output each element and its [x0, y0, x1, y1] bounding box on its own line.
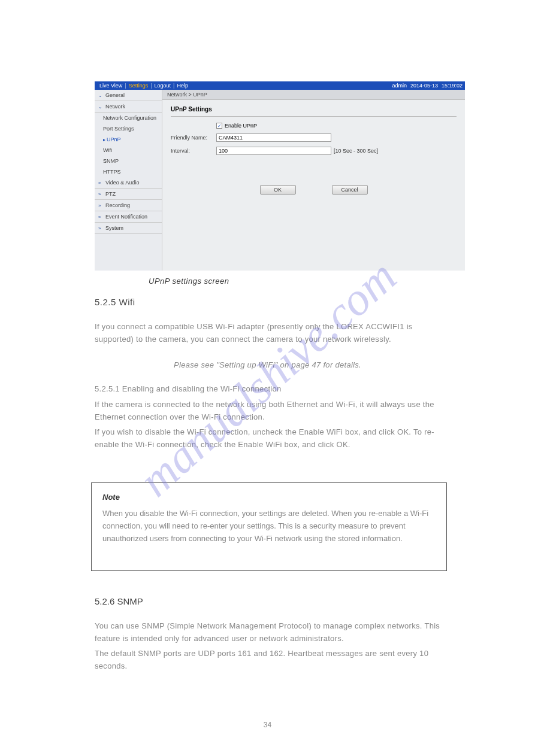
current-time: 15:19:02: [442, 81, 463, 90]
current-user: admin: [392, 81, 407, 90]
nav-help[interactable]: Help: [174, 81, 191, 90]
interval-label: Interval:: [171, 148, 216, 154]
paragraph: You can use SNMP (Simple Network Managem…: [95, 620, 443, 645]
note-body: When you disable the Wi-Fi connection, y…: [102, 508, 436, 545]
sidebar-label: PTZ: [105, 191, 116, 197]
paragraph: If you connect a compatible USB Wi-Fi ad…: [95, 321, 443, 346]
chevron-down-icon: ⌄: [98, 93, 103, 98]
note-box: Note When you disable the Wi-Fi connecti…: [91, 482, 447, 571]
sidebar-item-general[interactable]: ⌄ General: [95, 90, 162, 101]
sidebar-label: Event Notification: [105, 214, 147, 220]
sidebar-item-ptz[interactable]: » PTZ: [95, 189, 162, 200]
sidebar-label: General: [105, 92, 125, 98]
sidebar-item-video-audio[interactable]: » Video & Audio: [95, 177, 162, 189]
current-date: 2014-05-13: [410, 81, 438, 90]
panel-title: UPnP Settings: [171, 106, 457, 117]
chevron-right-icon: »: [98, 192, 103, 197]
paragraph: The default SNMP ports are UDP ports 161…: [95, 648, 443, 673]
sidebar-label: Network: [105, 104, 125, 110]
chevron-right-icon: »: [98, 214, 103, 220]
sidebar-sub-upnp[interactable]: UPnP: [95, 134, 162, 145]
friendly-name-input[interactable]: [216, 133, 331, 142]
paragraph: If you wish to disable the Wi-Fi connect…: [95, 426, 443, 451]
sidebar: ⌄ General ⌄ Network Network Configuratio…: [95, 90, 162, 271]
sidebar-sub-port-settings[interactable]: Port Settings: [95, 123, 162, 134]
sidebar-item-system[interactable]: » System: [95, 223, 162, 234]
sidebar-sub-wifi[interactable]: Wifi: [95, 145, 162, 156]
sidebar-label: Recording: [105, 202, 130, 208]
nav-logout[interactable]: Logout: [152, 81, 174, 90]
sidebar-sub-snmp[interactable]: SNMP: [95, 156, 162, 166]
nav-live-view[interactable]: Live View: [97, 81, 125, 90]
top-nav-bar: Live View | Settings | Logout | Help adm…: [95, 81, 465, 90]
sidebar-item-event[interactable]: » Event Notification: [95, 211, 162, 223]
sidebar-sub-https[interactable]: HTTPS: [95, 166, 162, 177]
figure-caption: UPnP settings screen: [149, 277, 229, 286]
enable-upnp-label: Enable UPnP: [225, 123, 257, 129]
nav-settings[interactable]: Settings: [126, 81, 151, 90]
watermark: manualshive.com: [128, 249, 406, 507]
page-number: 34: [264, 721, 271, 729]
breadcrumb: Network > UPnP: [162, 90, 465, 100]
cancel-button[interactable]: Cancel: [332, 185, 368, 195]
chevron-down-icon: ⌄: [98, 104, 103, 110]
sidebar-item-network[interactable]: ⌄ Network: [95, 101, 162, 113]
chevron-right-icon: »: [98, 180, 103, 186]
enable-upnp-checkbox[interactable]: ✓: [216, 123, 222, 129]
note-title: Note: [102, 493, 436, 502]
sidebar-label: System: [105, 225, 123, 231]
heading-wifi: 5.2.5 Wifi: [95, 297, 135, 307]
friendly-name-label: Friendly Name:: [171, 135, 216, 141]
sidebar-item-recording[interactable]: » Recording: [95, 200, 162, 211]
heading-snmp: 5.2.6 SNMP: [95, 596, 143, 606]
subheading: 5.2.5.1 Enabling and disabling the Wi-Fi…: [95, 383, 443, 396]
ok-button[interactable]: OK: [260, 185, 296, 195]
chevron-right-icon: »: [98, 226, 103, 231]
sidebar-label: Video & Audio: [105, 180, 139, 186]
chevron-right-icon: »: [98, 203, 103, 208]
paragraph: Please see "Setting up WiFi" on page 47 …: [174, 359, 361, 372]
sidebar-sub-network-config[interactable]: Network Configuration: [95, 113, 162, 123]
interval-hint: [10 Sec - 300 Sec]: [334, 148, 378, 154]
paragraph: If the camera is connected to the networ…: [95, 399, 443, 424]
interval-input[interactable]: [216, 147, 331, 155]
